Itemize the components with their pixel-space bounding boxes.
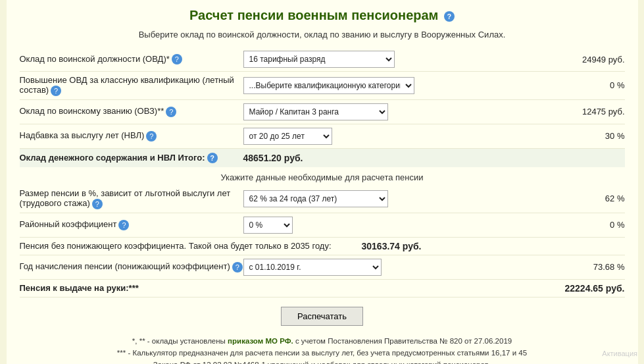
ovz-row: Оклад по воинскому званию (ОВЗ)**? Майор… [20,100,625,124]
nvl-control: от 20 до 25 лет [243,128,553,145]
footnote2: *** - Калькулятор предназначен для расче… [20,347,625,359]
ovd-select[interactable]: 16 тарифный разряд [243,51,395,68]
title-help-icon[interactable]: ? [444,11,455,22]
subtitle: Выберите оклад по воинской должности, ок… [20,30,625,39]
ovd-row: Оклад по воинской должности (ОВД)*? 16 т… [20,47,625,72]
nvl-row: Надбавка за выслугу лет (НВЛ)? от 20 до … [20,124,625,149]
year-control: с 01.10.2019 г. [243,259,553,276]
ovd-class-control: ...Выберите квалификационную категорию [243,77,553,94]
ovz-help-icon[interactable]: ? [166,107,176,117]
total-value: 48651.20 руб. [243,153,625,163]
pension-final-row: Пенсия к выдаче на руки:*** 22224.65 руб… [20,280,625,298]
district-coeff-select[interactable]: 0 % [243,217,293,234]
footnote1: *, ** - оклады установлены приказом МО Р… [20,335,625,347]
district-coeff-label: Районный коэффициент? [20,219,243,230]
print-button[interactable]: Распечатать [281,307,363,326]
ovd-class-label: Повышение ОВД за классную квалификацию (… [20,75,243,96]
ovz-label: Оклад по воинскому званию (ОВЗ)**? [20,106,243,117]
ovd-class-value: 0 % [553,80,625,90]
ovd-class-select[interactable]: ...Выберите квалификационную категорию [243,77,414,94]
total-row: Оклад денежного содержания и НВЛ Итого:?… [20,149,625,168]
district-coeff-value: 0 % [553,220,625,230]
nvl-help-icon[interactable]: ? [146,131,157,142]
ovz-select[interactable]: Майор / Капитан 3 ранга [243,103,388,120]
no-reduction-row: Пенсия без понижающего коэффициента. Так… [20,238,625,255]
pension-pct-row: Размер пенсии в %, зависит от льготной в… [20,185,625,213]
ovd-value: 24949 руб. [553,55,625,65]
total-help-icon[interactable]: ? [207,153,218,163]
ovd-class-row: Повышение ОВД за классную квалификацию (… [20,72,625,100]
no-reduction-label: Пенсия без понижающего коэффициента. Так… [20,241,362,251]
year-help-icon[interactable]: ? [232,262,243,273]
ovd-control: 16 тарифный разряд [243,51,553,68]
pension-pct-label: Размер пенсии в %, зависит от льготной в… [20,188,243,209]
nvl-label: Надбавка за выслугу лет (НВЛ)? [20,130,243,142]
pension-pct-control: 62 % за 24 года (37 лет) [243,190,553,207]
district-coeff-help-icon[interactable]: ? [118,220,129,230]
year-label: Год начисления пенсии (понижающий коэффи… [20,261,243,273]
district-coeff-row: Районный коэффициент? 0 % 0 % [20,213,625,238]
ovd-help-icon[interactable]: ? [172,54,182,65]
pension-final-value: 22224.65 руб. [553,283,625,294]
total-label: Оклад денежного содержания и НВЛ Итого:? [20,153,243,164]
nvl-value: 30 % [553,131,625,141]
ovz-value: 12475 руб. [553,107,625,117]
pension-pct-select[interactable]: 62 % за 24 года (37 лет) [243,190,388,207]
district-coeff-control: 0 % [243,217,553,234]
footnote3: Закона РФ от 12.02.93 №4468-1 увеличений… [20,359,625,364]
pension-pct-value: 62 % [553,194,625,203]
year-select[interactable]: с 01.10.2019 г. [243,259,382,276]
watermark: Активация [602,350,637,357]
pension-final-label: Пенсия к выдаче на руки:*** [20,283,243,293]
ovd-label: Оклад по воинской должности (ОВД)*? [20,54,243,65]
no-reduction-value: 30163.74 руб. [362,241,625,251]
print-button-wrapper: Распечатать [20,307,625,326]
page-title: Расчет пенсии военным пенсионерам ? [20,8,625,23]
year-row: Год начисления пенсии (понижающий коэффи… [20,255,625,280]
section2-title: Укажите данные необходимые для расчета п… [20,167,625,185]
year-value: 73.68 % [553,262,625,272]
pension-pct-help-icon[interactable]: ? [92,199,103,209]
ovd-class-help-icon[interactable]: ? [51,86,61,96]
nvl-select[interactable]: от 20 до 25 лет [243,128,332,145]
footnotes: *, ** - оклады установлены приказом МО Р… [20,335,625,364]
ovz-control: Майор / Капитан 3 ранга [243,103,553,120]
